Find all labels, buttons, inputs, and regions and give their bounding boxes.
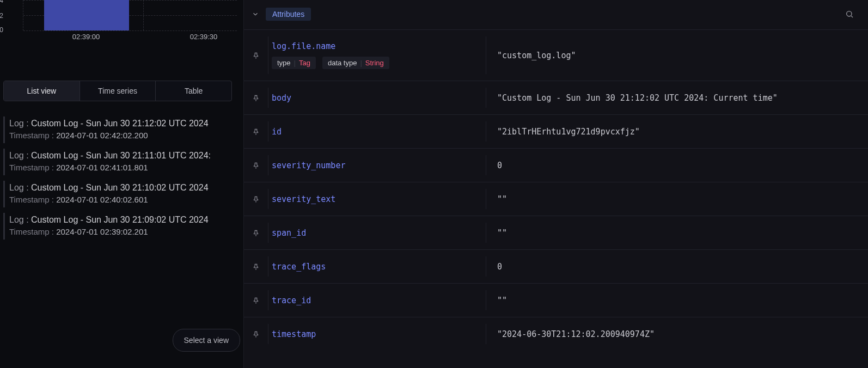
tab-time-series[interactable]: Time series: [80, 81, 156, 101]
attribute-row: severity_text"": [244, 182, 868, 216]
log-timestamp-line: Timestamp : 2024-07-01 02:39:02.201: [9, 227, 240, 236]
attribute-type-chips: type|Tagdata type|String: [272, 57, 486, 69]
svg-point-0: [847, 11, 852, 16]
view-tabs: List view Time series Table: [3, 81, 232, 101]
pin-icon[interactable]: [244, 330, 268, 338]
log-timestamp-line: Timestamp : 2024-07-01 02:41:01.801: [9, 163, 240, 172]
attribute-key[interactable]: trace_flags: [268, 256, 486, 277]
log-item[interactable]: Log : Custom Log - Sun Jun 30 21:12:02 U…: [3, 116, 240, 143]
x-tick: 02:39:00: [72, 33, 100, 41]
pin-icon[interactable]: [244, 128, 268, 136]
tab-table[interactable]: Table: [155, 81, 231, 101]
attribute-key[interactable]: log.file.nametype|Tagdata type|String: [268, 36, 486, 74]
attribute-value[interactable]: 0: [486, 256, 868, 277]
attribute-key[interactable]: span_id: [268, 223, 486, 243]
attribute-value[interactable]: "custom_log.log": [486, 36, 868, 74]
attribute-value[interactable]: "2iblTrHErhtu1vg721d9pvcxfjz": [486, 121, 868, 142]
attributes-table: log.file.nametype|Tagdata type|String"cu…: [244, 29, 868, 368]
attribute-value[interactable]: "2024-06-30T21:12:02.200940974Z": [486, 324, 868, 344]
attribute-key[interactable]: id: [268, 121, 486, 142]
attribute-row: id"2iblTrHErhtu1vg721d9pvcxfjz": [244, 114, 868, 148]
attribute-row: log.file.nametype|Tagdata type|String"cu…: [244, 29, 868, 81]
attribute-value[interactable]: "Custom Log - Sun Jun 30 21:12:02 UTC 20…: [486, 88, 868, 108]
select-view-button[interactable]: Select a view: [173, 329, 240, 352]
log-item[interactable]: Log : Custom Log - Sun Jun 30 21:10:02 U…: [3, 181, 240, 207]
attributes-badge[interactable]: Attributes: [266, 8, 311, 21]
chart-grid: [23, 0, 237, 30]
attribute-key[interactable]: body: [268, 88, 486, 108]
log-body-line: Log : Custom Log - Sun Jun 30 21:10:02 U…: [9, 183, 240, 193]
pin-icon[interactable]: [244, 229, 268, 237]
log-body-line: Log : Custom Log - Sun Jun 30 21:11:01 U…: [9, 151, 240, 161]
chart-bar: [44, 0, 129, 30]
attributes-header: Attributes: [244, 3, 868, 29]
log-item[interactable]: Log : Custom Log - Sun Jun 30 21:11:01 U…: [3, 149, 240, 175]
tab-list-view[interactable]: List view: [4, 81, 80, 101]
attribute-row: trace_flags0: [244, 249, 868, 283]
y-tick: 0.4: [0, 0, 3, 4]
attributes-panel: Attributes log.file.nametype|Tagdata typ…: [243, 0, 868, 368]
attribute-row: body"Custom Log - Sun Jun 30 21:12:02 UT…: [244, 81, 868, 114]
svg-line-1: [851, 16, 853, 17]
chevron-down-icon[interactable]: [250, 9, 260, 19]
attribute-key[interactable]: timestamp: [268, 324, 486, 344]
log-body-line: Log : Custom Log - Sun Jun 30 21:09:02 U…: [9, 215, 240, 225]
y-tick: 0.2: [0, 12, 3, 20]
log-timestamp-line: Timestamp : 2024-07-01 02:40:02.601: [9, 195, 240, 204]
attribute-row: trace_id"": [244, 283, 868, 317]
search-icon[interactable]: [844, 9, 855, 20]
pin-icon[interactable]: [244, 52, 268, 59]
attribute-value[interactable]: "": [486, 189, 868, 209]
attribute-row: severity_number0: [244, 148, 868, 182]
chip-type: type|Tag: [272, 57, 316, 69]
histogram-chart: 0.4 0.2 0 02:39:00 02:39:30: [3, 0, 240, 54]
log-item[interactable]: Log : Custom Log - Sun Jun 30 21:09:02 U…: [3, 213, 240, 240]
attribute-row: span_id"": [244, 216, 868, 249]
pin-icon[interactable]: [244, 263, 268, 271]
y-tick: 0: [0, 26, 3, 34]
attribute-key[interactable]: severity_number: [268, 155, 486, 175]
attribute-key[interactable]: trace_id: [268, 290, 486, 310]
pin-icon[interactable]: [244, 94, 268, 102]
chip-datatype: data type|String: [322, 57, 389, 69]
x-tick: 02:39:30: [190, 33, 218, 41]
attribute-value[interactable]: "": [486, 290, 868, 310]
log-timestamp-line: Timestamp : 2024-07-01 02:42:02.200: [9, 131, 240, 140]
attribute-value[interactable]: "": [486, 223, 868, 243]
pin-icon[interactable]: [244, 297, 268, 304]
log-body-line: Log : Custom Log - Sun Jun 30 21:12:02 U…: [9, 119, 240, 128]
pin-icon[interactable]: [244, 195, 268, 203]
log-list: Log : Custom Log - Sun Jun 30 21:12:02 U…: [3, 116, 240, 240]
left-pane: 0.4 0.2 0 02:39:00 02:39:30 List view Ti…: [0, 0, 243, 368]
attribute-key[interactable]: severity_text: [268, 189, 486, 209]
attribute-row: timestamp"2024-06-30T21:12:02.200940974Z…: [244, 317, 868, 351]
pin-icon[interactable]: [244, 162, 268, 169]
attribute-value[interactable]: 0: [486, 155, 868, 175]
